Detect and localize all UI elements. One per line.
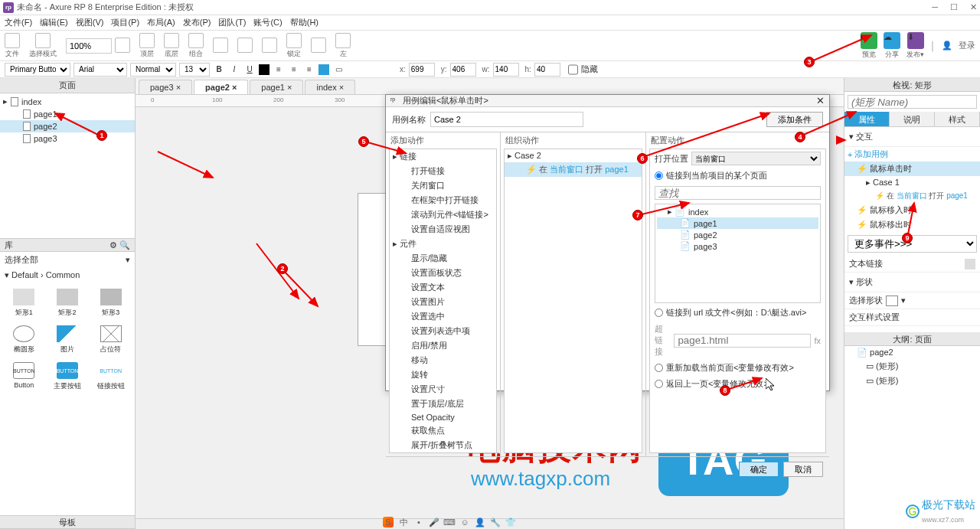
tree-page1[interactable]: page1 bbox=[0, 108, 135, 120]
italic-button[interactable]: I bbox=[228, 64, 240, 76]
widget-name-input[interactable] bbox=[848, 95, 977, 109]
tree-page2[interactable]: page2 bbox=[0, 120, 135, 132]
widget-rect2[interactable]: 矩形2 bbox=[47, 286, 89, 321]
menu-view[interactable]: 视图(V) bbox=[76, 17, 104, 28]
ime-user-icon[interactable]: 👤 bbox=[475, 517, 485, 527]
select-icon[interactable] bbox=[35, 33, 51, 48]
event-mousein[interactable]: ⚡ 鼠标移入时 bbox=[844, 203, 980, 217]
textcolor-button[interactable] bbox=[259, 64, 270, 75]
fontsize-combo[interactable]: 13 bbox=[179, 63, 210, 77]
outline-root[interactable]: 📄 page2 bbox=[844, 346, 980, 359]
preview-button[interactable]: ▶ bbox=[861, 32, 877, 49]
file-icon[interactable] bbox=[5, 33, 20, 48]
menu-file[interactable]: 文件(F) bbox=[5, 17, 32, 28]
maximize-icon[interactable]: ☐ bbox=[950, 2, 958, 12]
distribute-icon[interactable] bbox=[237, 38, 253, 53]
tree-page3[interactable]: page3 bbox=[0, 132, 135, 145]
radio-project-page[interactable] bbox=[655, 171, 663, 180]
menu-account[interactable]: 账号(C) bbox=[253, 17, 282, 28]
tab-notes[interactable]: 说明 bbox=[890, 112, 935, 126]
page-picker-tree[interactable]: ▸ 📄 index 📄 page1 📄 page2 📄 page3 bbox=[655, 204, 821, 303]
font-combo[interactable]: Arial bbox=[74, 63, 127, 77]
tab-style[interactable]: 样式 bbox=[935, 112, 980, 126]
align-right-button[interactable]: ≡ bbox=[303, 64, 315, 76]
case-name-input[interactable] bbox=[430, 112, 583, 127]
widget-ellipse[interactable]: 椭圆形 bbox=[3, 322, 45, 358]
action-list[interactable]: ▸ 链接 打开链接 关闭窗口 在框架中打开链接 滚动到元件<锚链接> 设置自适应… bbox=[389, 149, 497, 453]
outline-item2[interactable]: ▭ (矩形) bbox=[844, 374, 980, 388]
hide-checkbox[interactable] bbox=[568, 63, 578, 77]
organize-list[interactable]: ▸ Case 2 ⚡ 在 当前窗口 打开 page1 bbox=[504, 149, 642, 453]
y-input[interactable] bbox=[450, 63, 476, 77]
outline-item1[interactable]: ▭ (矩形) bbox=[844, 359, 980, 374]
menu-project[interactable]: 项目(P) bbox=[111, 17, 139, 28]
case1-action[interactable]: ⚡ 在 当前窗口 打开 page1 bbox=[844, 189, 980, 203]
ime-zh-icon[interactable]: 中 bbox=[398, 517, 409, 527]
h-input[interactable] bbox=[534, 63, 560, 77]
bold-button[interactable]: B bbox=[213, 64, 225, 76]
search-input[interactable] bbox=[655, 186, 821, 200]
x-input[interactable] bbox=[409, 63, 435, 77]
hyperlink-input[interactable] bbox=[674, 334, 811, 348]
radio-back[interactable] bbox=[655, 380, 663, 388]
right-align-icon[interactable] bbox=[335, 33, 351, 48]
underline-button[interactable]: U bbox=[243, 64, 256, 76]
menu-edit[interactable]: 编辑(E) bbox=[40, 17, 68, 28]
ime-punct-icon[interactable]: • bbox=[413, 517, 424, 527]
textlink-button[interactable] bbox=[965, 259, 975, 269]
shape-picker[interactable] bbox=[886, 296, 898, 306]
tab-properties[interactable]: 属性 bbox=[844, 112, 890, 126]
group-icon[interactable] bbox=[164, 33, 179, 48]
case1[interactable]: ▸ Case 1 bbox=[844, 176, 980, 189]
ime-emoji-icon[interactable]: ☺ bbox=[459, 517, 470, 527]
menu-team[interactable]: 团队(T) bbox=[218, 17, 246, 28]
event-mouseout[interactable]: ⚡ 鼠标移出时 bbox=[844, 217, 980, 232]
widget-placeholder[interactable]: 占位符 bbox=[90, 322, 132, 358]
radio-reload[interactable] bbox=[655, 364, 663, 372]
ime-kbd-icon[interactable]: ⌨ bbox=[444, 517, 455, 527]
widget-image[interactable]: 图片 bbox=[47, 322, 89, 358]
border-button[interactable]: ▭ bbox=[332, 64, 345, 76]
top-icon[interactable] bbox=[115, 38, 130, 53]
select-all[interactable]: 选择全部▾ bbox=[0, 252, 135, 268]
minimize-icon[interactable]: ─ bbox=[932, 2, 938, 12]
ime-tool-icon[interactable]: 🔧 bbox=[490, 517, 501, 527]
close-icon[interactable]: ✕ bbox=[970, 2, 977, 12]
ok-button[interactable]: 确定 bbox=[739, 462, 779, 477]
widget-link[interactable]: BUTTON链接按钮 bbox=[90, 359, 132, 394]
publish-button[interactable]: ⬇ bbox=[907, 32, 924, 49]
menu-help[interactable]: 帮助(H) bbox=[290, 17, 318, 28]
tree-root[interactable]: ▸ index bbox=[0, 95, 135, 108]
fillcolor-button[interactable] bbox=[318, 64, 329, 75]
dialog-close-icon[interactable]: ✕ bbox=[816, 95, 825, 106]
tab-page1[interactable]: page1 × bbox=[250, 80, 303, 94]
more-events-combo[interactable]: 更多事件>>> bbox=[848, 235, 977, 253]
left-align-icon[interactable] bbox=[311, 38, 326, 53]
ime-skin-icon[interactable]: 👕 bbox=[505, 517, 516, 527]
open-in-select[interactable]: 当前窗口 bbox=[691, 152, 821, 165]
bottom-icon[interactable] bbox=[139, 33, 155, 48]
tab-page2[interactable]: page2 × bbox=[194, 80, 248, 94]
align-left-button[interactable]: ≡ bbox=[273, 64, 285, 76]
event-click[interactable]: ⚡ 鼠标单击时 bbox=[844, 162, 980, 176]
widget-primary[interactable]: BUTTON主要按钮 bbox=[47, 359, 89, 394]
cancel-button[interactable]: 取消 bbox=[783, 462, 823, 477]
fontstyle-combo[interactable]: Normal bbox=[130, 63, 176, 77]
zoom-input[interactable] bbox=[66, 38, 112, 54]
style-combo[interactable]: Primary Button bbox=[5, 63, 70, 77]
radio-url[interactable] bbox=[655, 309, 663, 317]
tab-index[interactable]: index × bbox=[305, 80, 355, 94]
align-icon[interactable] bbox=[213, 38, 228, 53]
ime-mic-icon[interactable]: 🎤 bbox=[429, 517, 439, 527]
widget-rect1[interactable]: 矩形1 bbox=[3, 286, 45, 321]
share-button[interactable]: ☁ bbox=[884, 32, 900, 49]
lock-icon[interactable] bbox=[262, 38, 277, 53]
widget-button[interactable]: BUTTONButton bbox=[3, 359, 45, 394]
add-condition-button[interactable]: 添加条件 bbox=[766, 112, 823, 127]
menu-publish[interactable]: 发布(P) bbox=[183, 17, 211, 28]
login-link[interactable]: 登录 bbox=[959, 40, 975, 51]
lib-category[interactable]: ▾ Default › Common bbox=[0, 268, 135, 282]
ungroup-icon[interactable] bbox=[188, 33, 204, 48]
align-center-button[interactable]: ≡ bbox=[288, 64, 300, 76]
interact-style[interactable]: 交互样式设置 bbox=[844, 309, 980, 326]
